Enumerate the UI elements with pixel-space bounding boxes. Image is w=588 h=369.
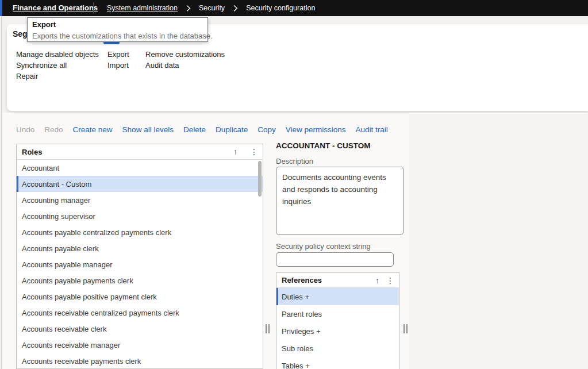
tooltip-title: Export [32, 20, 203, 30]
role-list-item[interactable]: Accounts payable payments clerk [17, 272, 263, 289]
right-panel-background [409, 113, 588, 369]
reference-list-item[interactable]: Privileges + [276, 322, 399, 340]
role-list-item[interactable]: Accountant - Custom [17, 176, 263, 192]
export-tooltip: Export Exports the customizations that e… [27, 17, 208, 42]
tab-segregation-partial[interactable]: Seg [13, 29, 28, 39]
accent-bar [0, 0, 2, 16]
roles-list-title: Roles [22, 148, 263, 156]
toolbar-button[interactable]: Show all levels [122, 125, 174, 134]
roles-list-header: Roles ↑ ⋮ [17, 144, 263, 160]
roles-scrollbar-thumb[interactable] [258, 161, 262, 197]
role-list-item[interactable]: Accounts payable positive payment clerk [17, 289, 263, 305]
role-list-item[interactable]: Accounts receivable centralized payments… [17, 305, 263, 321]
description-textarea[interactable]: Documents accounting events and responds… [276, 167, 403, 235]
role-list-item[interactable]: Accounts payable clerk [17, 240, 263, 256]
grid-toolbar: UndoRedoCreate newShow all levelsDeleteD… [16, 125, 388, 134]
security-policy-context-string-input[interactable] [276, 252, 394, 267]
role-list-item[interactable]: Accounting supervisor [17, 208, 263, 224]
sort-ascending-icon[interactable]: ↑ [375, 276, 379, 285]
more-options-icon[interactable]: ⋮ [250, 147, 258, 156]
toolbar-button[interactable]: Copy [258, 125, 276, 134]
topbar-divider [93, 2, 94, 14]
panel-splitter-handle[interactable] [266, 324, 270, 333]
reference-list-item[interactable]: Tables + [276, 357, 399, 369]
menu-item[interactable]: Synchronize all [10, 59, 105, 70]
top-navigation-bar: Finance and Operations System administra… [0, 0, 588, 16]
tooltip-body: Exports the customizations that exists i… [32, 31, 203, 41]
toolbar-button[interactable]: Create new [73, 125, 113, 134]
chevron-right-icon [232, 5, 239, 12]
reference-list-item[interactable]: Duties + [276, 288, 399, 305]
role-list-item[interactable]: Accounts receivable clerk [17, 321, 263, 337]
panel-splitter-handle[interactable] [403, 324, 408, 333]
toolbar-button[interactable]: Undo [16, 125, 34, 134]
security-policy-context-string-label: Security policy context string [276, 242, 371, 251]
more-options-icon[interactable]: ⋮ [386, 276, 394, 285]
breadcrumb-security[interactable]: Security [199, 4, 225, 12]
menu-item[interactable]: Manage disabled objects [10, 48, 105, 59]
toolbar-button[interactable]: Duplicate [216, 125, 248, 134]
app-title-link[interactable]: Finance and Operations [13, 0, 98, 16]
reference-list-item[interactable]: Sub roles [276, 340, 399, 357]
toolbar-button[interactable]: Audit trail [356, 125, 388, 134]
action-menu-column-2: ExportImport [102, 48, 135, 70]
menu-item[interactable]: Export [102, 48, 135, 59]
references-list-title: References [282, 276, 399, 285]
role-list-item[interactable]: Accountant [17, 160, 263, 176]
description-label: Description [276, 157, 313, 166]
action-menu-column-3: Remove customizationsAudit data [140, 48, 230, 70]
role-list-item[interactable]: Accounts payable centralized payments cl… [17, 224, 263, 240]
security-configuration-page: Finance and Operations System administra… [0, 0, 588, 369]
references-list: References ↑ ⋮ Duties +Parent rolesPrivi… [276, 272, 399, 369]
references-rows: Duties +Parent rolesPrivileges +Sub role… [276, 288, 399, 369]
role-list-item[interactable]: Accounts receivable payments clerk [17, 353, 263, 369]
action-menu-column-1: Manage disabled objectsSynchronize allRe… [10, 48, 105, 81]
toolbar-button[interactable]: View permissions [286, 125, 346, 134]
roles-list: Roles ↑ ⋮ AccountantAccountant - CustomA… [16, 144, 263, 369]
references-list-header: References ↑ ⋮ [276, 273, 399, 288]
roles-rows: AccountantAccountant - CustomAccounting … [17, 160, 263, 369]
selected-role-title: ACCOUNTANT - CUSTOM [276, 141, 371, 150]
menu-item[interactable]: Audit data [140, 59, 230, 70]
breadcrumb-security-configuration[interactable]: Security configuration [246, 4, 315, 12]
menu-item[interactable]: Remove customizations [140, 48, 230, 59]
breadcrumb: System administration Security Security … [107, 0, 315, 16]
menu-item[interactable]: Import [102, 59, 135, 70]
chevron-right-icon [185, 5, 191, 12]
menu-item[interactable]: Repair [10, 70, 105, 81]
sort-ascending-icon[interactable]: ↑ [233, 147, 237, 156]
role-list-item[interactable]: Accounts payable manager [17, 256, 263, 272]
role-list-item[interactable]: Accounts receivable manager [17, 337, 263, 353]
breadcrumb-system-administration[interactable]: System administration [107, 4, 178, 12]
reference-list-item[interactable]: Parent roles [276, 305, 399, 322]
toolbar-button[interactable]: Redo [44, 125, 63, 134]
role-list-item[interactable]: Accounting manager [17, 192, 263, 208]
toolbar-button[interactable]: Delete [183, 125, 206, 134]
